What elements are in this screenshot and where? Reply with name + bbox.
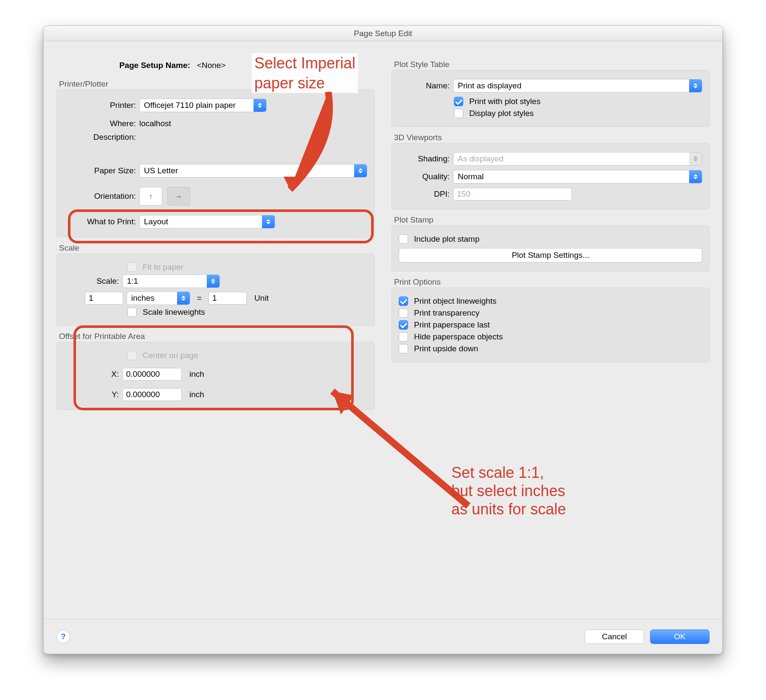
scale-lineweights-checkbox[interactable] (127, 308, 137, 317)
chevron-updown-icon (689, 170, 702, 183)
paper-size-select[interactable]: US Letter (139, 164, 367, 178)
chevron-updown-icon (689, 152, 702, 165)
chevron-updown-icon (689, 79, 702, 92)
description-label: Description: (64, 133, 136, 142)
cancel-label: Cancel (602, 632, 627, 641)
fit-to-paper-checkbox (127, 262, 137, 272)
viewports-3d-group: Shading: As displayed Quality: Normal DP… (391, 143, 710, 209)
annotation-line: Set scale 1:1, (451, 463, 566, 482)
print-upside-down-label: Print upside down (414, 344, 478, 353)
where-value: localhost (139, 119, 171, 128)
page-setup-name-label: Page Setup Name: (119, 61, 190, 70)
page-setup-name-value: <None> (197, 61, 226, 70)
print-options-group: Print object lineweights Print transpare… (391, 288, 710, 362)
print-object-lineweights-label: Print object lineweights (414, 296, 496, 306)
print-upside-down-checkbox[interactable] (399, 344, 408, 353)
scale-value: 1:1 (127, 277, 207, 286)
chevron-updown-icon (177, 292, 190, 305)
dpi-label: DPI: (399, 189, 450, 199)
fit-to-paper-label: Fit to paper (143, 262, 183, 272)
help-icon: ? (61, 632, 66, 641)
print-paperspace-last-checkbox[interactable] (399, 320, 408, 330)
plot-style-table-group: Name: Print as displayed Print with plot… (391, 70, 710, 127)
print-transparency-checkbox[interactable] (399, 308, 408, 318)
scale-left-input[interactable]: 1 (85, 292, 123, 305)
quality-select[interactable]: Normal (453, 170, 702, 183)
plot-stamp-title: Plot Stamp (394, 215, 710, 225)
include-plot-stamp-checkbox[interactable] (399, 234, 408, 244)
plot-stamp-group: Include plot stamp Plot Stamp Settings..… (391, 226, 710, 271)
display-plot-styles-label: Display plot styles (469, 109, 534, 118)
hide-paperspace-objects-checkbox[interactable] (399, 332, 408, 342)
scale-left-value: 1 (89, 294, 93, 303)
right-column: Plot Style Table Name: Print as displaye… (391, 54, 710, 410)
annotation-line: as units for scale (451, 500, 566, 518)
scale-group: Fit to paper Scale: 1:1 1 inches (56, 254, 375, 326)
footer: ? Cancel OK (44, 619, 722, 654)
page-setup-edit-window: Page Setup Edit Page Setup Name: <None> … (43, 25, 723, 654)
quality-label: Quality: (399, 172, 450, 181)
annotation-line: but select inches (451, 482, 566, 500)
chevron-updown-icon (207, 275, 220, 288)
orientation-label: Orientation: (64, 192, 136, 201)
paper-size-value: US Letter (144, 166, 354, 175)
print-options-title: Print Options (394, 277, 710, 287)
orientation-landscape-button[interactable] (167, 187, 190, 206)
pst-name-value: Print as displayed (458, 81, 689, 90)
hide-paperspace-objects-label: Hide paperspace objects (414, 332, 503, 342)
scale-units-value: inches (131, 294, 177, 303)
orientation-portrait-button[interactable] (139, 187, 162, 206)
pst-name-select[interactable]: Print as displayed (453, 79, 702, 93)
print-object-lineweights-checkbox[interactable] (399, 296, 408, 306)
annotation-highlight-box (73, 325, 354, 410)
dpi-value: 150 (457, 189, 470, 199)
scale-right-value: 1 (212, 294, 217, 303)
shading-select: As displayed (453, 152, 702, 166)
printer-value: Officejet 7110 plain paper (144, 101, 253, 110)
where-label: Where: (64, 119, 136, 128)
ok-button[interactable]: OK (650, 629, 710, 644)
help-button[interactable]: ? (56, 630, 70, 644)
scale-units-select[interactable]: inches (127, 291, 190, 305)
scale-title: Scale (59, 243, 375, 253)
print-with-plot-styles-checkbox[interactable] (454, 97, 463, 106)
chevron-updown-icon (354, 164, 367, 177)
annotation-highlight-box (68, 209, 374, 243)
window-title: Page Setup Edit (44, 26, 722, 41)
shading-value: As displayed (458, 154, 689, 164)
cancel-button[interactable]: Cancel (585, 629, 644, 644)
plot-stamp-settings-button[interactable]: Plot Stamp Settings... (399, 248, 702, 262)
landscape-icon (175, 192, 182, 201)
scale-select[interactable]: 1:1 (122, 274, 220, 288)
printer-select[interactable]: Officejet 7110 plain paper (139, 99, 267, 112)
ok-label: OK (674, 632, 685, 641)
print-paperspace-last-label: Print paperspace last (414, 320, 490, 330)
scale-equals: = (197, 294, 202, 303)
scale-right-input[interactable]: 1 (208, 292, 247, 305)
scale-label: Scale: (64, 277, 119, 286)
printer-label: Printer: (64, 101, 136, 110)
paper-size-label: Paper Size: (64, 166, 136, 175)
annotation-scale-text: Set scale 1:1, but select inches as unit… (451, 463, 566, 519)
scale-unit-label: Unit (254, 294, 269, 303)
plot-style-table-title: Plot Style Table (394, 60, 710, 69)
display-plot-styles-checkbox[interactable] (454, 109, 463, 118)
portrait-icon (149, 192, 152, 201)
shading-label: Shading: (399, 154, 450, 164)
quality-value: Normal (458, 172, 689, 181)
plot-stamp-settings-label: Plot Stamp Settings... (512, 251, 589, 260)
printer-plotter-title: Printer/Plotter (59, 79, 375, 89)
pst-name-label: Name: (399, 81, 450, 90)
print-transparency-label: Print transparency (414, 308, 479, 318)
chevron-updown-icon (253, 99, 266, 112)
print-with-plot-styles-label: Print with plot styles (469, 97, 541, 106)
scale-lineweights-label: Scale lineweights (143, 308, 205, 317)
dpi-input: 150 (453, 188, 572, 200)
viewports-3d-title: 3D Viewports (394, 133, 710, 142)
include-plot-stamp-label: Include plot stamp (414, 234, 479, 244)
